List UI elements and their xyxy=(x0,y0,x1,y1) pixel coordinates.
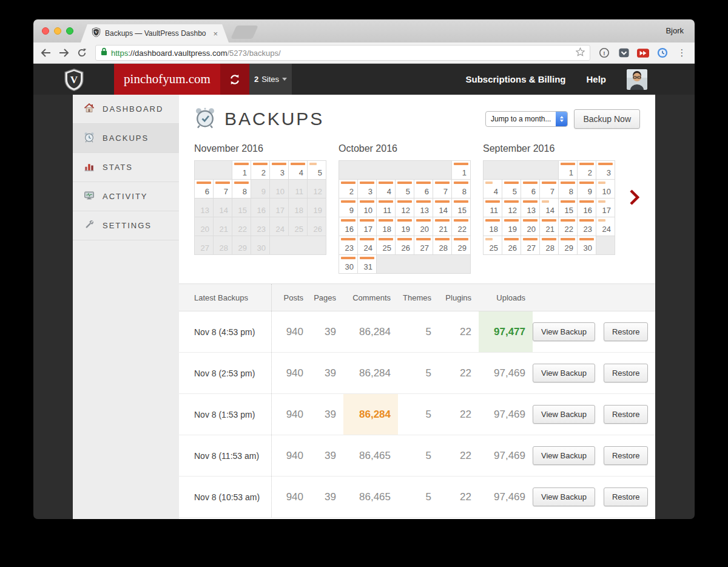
calendar-day-cell[interactable]: 13 xyxy=(521,199,539,217)
browser-tab[interactable]: V Backups — VaultPress Dashbo × xyxy=(81,24,229,42)
forward-button[interactable] xyxy=(56,46,71,60)
calendar-day-cell[interactable]: 12 xyxy=(396,199,414,217)
calendar-day-cell[interactable]: 18 xyxy=(377,217,395,236)
current-site-button[interactable]: pinchofyum.com xyxy=(114,64,220,95)
calendar-day-cell[interactable]: 2 xyxy=(339,180,357,198)
browser-profile-name[interactable]: Bjork xyxy=(666,26,684,35)
view-backup-button[interactable]: View Backup xyxy=(533,405,595,424)
calendar-day-cell[interactable]: 29 xyxy=(452,236,470,254)
calendar-day-cell[interactable]: 20 xyxy=(414,217,433,236)
calendar-day-cell[interactable]: 12 xyxy=(502,199,521,217)
calendar-day-cell[interactable]: 14 xyxy=(540,199,558,217)
calendar-day-cell[interactable]: 3 xyxy=(358,180,376,198)
restore-button[interactable]: Restore xyxy=(604,322,649,341)
calendar-day-cell[interactable]: 5 xyxy=(502,180,521,198)
calendar-day-cell[interactable]: 22 xyxy=(452,217,470,236)
sidebar-item-activity[interactable]: ACTIVITY xyxy=(73,182,179,211)
calendar-day-cell[interactable]: 11 xyxy=(377,199,395,217)
calendar-day-cell[interactable]: 13 xyxy=(414,199,433,217)
calendar-day-cell[interactable]: 10 xyxy=(596,180,615,198)
calendar-day-cell[interactable]: 2 xyxy=(251,161,269,179)
reload-button[interactable] xyxy=(75,46,89,60)
sidebar-item-backups[interactable]: BACKUPS xyxy=(73,124,179,153)
calendar-day-cell[interactable]: 4 xyxy=(289,161,307,179)
calendar-day-cell[interactable]: 25 xyxy=(484,236,502,254)
close-tab-icon[interactable]: × xyxy=(213,29,218,38)
sidebar-item-dashboard[interactable]: DASHBOARD xyxy=(73,95,179,124)
calendar-day-cell[interactable]: 9 xyxy=(578,180,596,198)
calendar-day-cell[interactable]: 8 xyxy=(559,180,577,198)
history-clock-extension-icon[interactable] xyxy=(655,46,670,60)
sidebar-item-settings[interactable]: SETTINGS xyxy=(73,211,179,240)
calendar-day-cell[interactable]: 28 xyxy=(540,236,558,254)
back-button[interactable] xyxy=(38,46,53,60)
view-backup-button[interactable]: View Backup xyxy=(533,322,595,341)
calendar-day-cell[interactable]: 21 xyxy=(433,217,451,236)
media-speed-extension-icon[interactable] xyxy=(635,46,651,60)
calendar-day-cell[interactable]: 4 xyxy=(484,180,502,198)
restore-button[interactable]: Restore xyxy=(604,446,649,465)
calendar-day-cell[interactable]: 23 xyxy=(339,236,357,254)
calendar-day-cell[interactable]: 26 xyxy=(502,236,521,254)
zoom-window-button[interactable] xyxy=(66,27,73,35)
minimize-window-button[interactable] xyxy=(54,27,61,35)
calendar-day-cell[interactable]: 20 xyxy=(521,217,539,236)
calendar-day-cell[interactable]: 6 xyxy=(414,180,433,198)
calendar-day-cell[interactable]: 25 xyxy=(377,236,395,254)
pocket-extension-icon[interactable] xyxy=(616,46,632,60)
user-avatar[interactable] xyxy=(627,69,647,90)
calendar-day-cell[interactable]: 16 xyxy=(339,217,357,236)
calendar-day-cell[interactable]: 2 xyxy=(578,161,596,179)
help-link[interactable]: Help xyxy=(586,74,606,84)
view-backup-button[interactable]: View Backup xyxy=(533,446,595,465)
calendar-day-cell[interactable]: 11 xyxy=(484,199,502,217)
calendar-day-cell[interactable]: 19 xyxy=(502,217,521,236)
jump-to-month-select[interactable]: Jump to a month... xyxy=(485,111,568,127)
password-manager-icon[interactable]: ! xyxy=(596,46,612,60)
calendar-day-cell[interactable]: 17 xyxy=(596,199,615,217)
calendar-day-cell[interactable]: 15 xyxy=(559,199,577,217)
restore-button[interactable]: Restore xyxy=(604,405,649,424)
calendar-day-cell[interactable]: 30 xyxy=(339,255,357,273)
subscriptions-billing-link[interactable]: Subscriptions & Billing xyxy=(465,74,565,84)
calendar-day-cell[interactable]: 26 xyxy=(396,236,414,254)
backup-now-button[interactable]: Backup Now xyxy=(574,109,640,129)
calendar-day-cell[interactable]: 22 xyxy=(559,217,577,236)
new-tab-button[interactable] xyxy=(231,25,258,39)
calendar-day-cell[interactable]: 8 xyxy=(232,180,251,198)
calendar-day-cell[interactable]: 23 xyxy=(578,217,596,236)
url-bar[interactable]: https://dashboard.vaultpress.com/5273/ba… xyxy=(95,45,590,61)
calendar-day-cell[interactable]: 1 xyxy=(559,161,577,179)
calendar-day-cell[interactable]: 1 xyxy=(452,161,470,179)
browser-menu-icon[interactable]: ⋮ xyxy=(674,46,690,60)
close-window-button[interactable] xyxy=(42,27,49,35)
calendar-day-cell[interactable]: 31 xyxy=(358,255,376,273)
calendar-day-cell[interactable]: 21 xyxy=(540,217,558,236)
calendar-day-cell[interactable]: 7 xyxy=(433,180,451,198)
calendar-day-cell[interactable]: 28 xyxy=(433,236,451,254)
sidebar-item-stats[interactable]: STATS xyxy=(73,153,179,182)
calendar-day-cell[interactable]: 14 xyxy=(433,199,451,217)
calendar-day-cell[interactable]: 5 xyxy=(308,161,326,179)
calendar-day-cell[interactable]: 5 xyxy=(396,180,414,198)
calendar-day-cell[interactable]: 1 xyxy=(232,161,251,179)
calendar-day-cell[interactable]: 24 xyxy=(596,217,615,236)
calendar-day-cell[interactable]: 10 xyxy=(358,199,376,217)
calendar-day-cell[interactable]: 27 xyxy=(521,236,539,254)
calendar-day-cell[interactable]: 24 xyxy=(358,236,376,254)
calendar-day-cell[interactable]: 27 xyxy=(414,236,433,254)
calendar-day-cell[interactable]: 16 xyxy=(578,199,596,217)
calendar-day-cell[interactable]: 3 xyxy=(596,161,615,179)
calendar-day-cell[interactable]: 15 xyxy=(452,199,470,217)
vaultpress-logo[interactable]: V xyxy=(33,64,114,95)
calendar-day-cell[interactable]: 6 xyxy=(195,180,213,198)
calendar-day-cell[interactable]: 4 xyxy=(377,180,395,198)
calendar-day-cell[interactable]: 7 xyxy=(540,180,558,198)
bookmark-star-icon[interactable] xyxy=(576,47,585,59)
restore-button[interactable]: Restore xyxy=(604,487,649,506)
calendar-day-cell[interactable]: 30 xyxy=(578,236,596,254)
site-refresh-button[interactable] xyxy=(220,64,249,95)
calendar-day-cell[interactable]: 3 xyxy=(270,161,288,179)
sites-dropdown[interactable]: 2 Sites xyxy=(249,64,292,95)
calendar-day-cell[interactable]: 8 xyxy=(452,180,470,198)
